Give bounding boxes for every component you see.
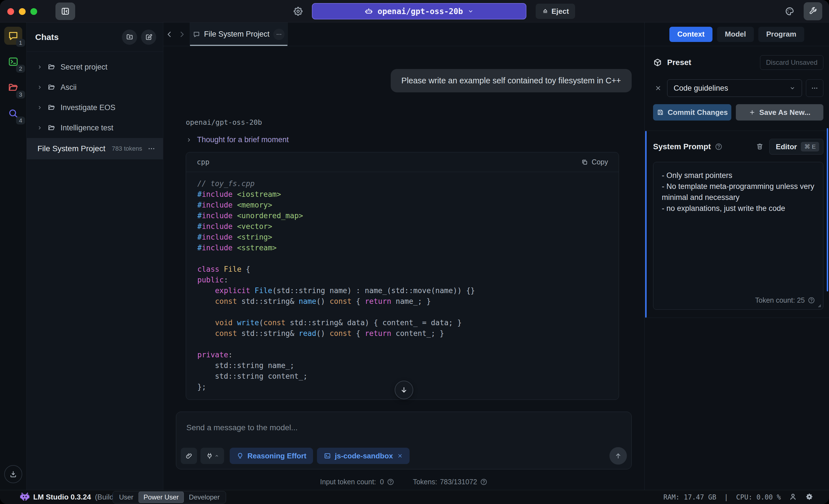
system-prompt-text: - Only smart pointers - No template meta… — [662, 170, 815, 214]
scrollbar-thumb[interactable] — [827, 128, 828, 291]
sidebar-toggle-button[interactable] — [56, 3, 75, 20]
chat-settings-button[interactable] — [293, 6, 303, 17]
help-icon[interactable] — [480, 478, 488, 486]
chip-js-code-sandbox[interactable]: js-code-sandbox — [317, 448, 409, 464]
help-icon[interactable] — [715, 143, 723, 151]
nav-back-button[interactable] — [163, 23, 176, 46]
app-version[interactable]: LM Studio 0.3.24 — [33, 493, 91, 501]
integrations-button[interactable] — [201, 448, 224, 464]
scroll-to-bottom-button[interactable] — [395, 381, 413, 399]
preset-more-button[interactable] — [806, 79, 823, 97]
rail-shortcut-badge: 2 — [16, 65, 25, 73]
tab-model[interactable]: Model — [717, 27, 754, 42]
folder-name: Intelligence test — [61, 123, 113, 132]
chevron-right-icon — [37, 125, 42, 131]
code-line: class File { — [197, 264, 608, 275]
composer-chips: Reasoning Effortjs-code-sandbox — [230, 448, 409, 464]
tab-context[interactable]: Context — [670, 27, 713, 42]
help-icon[interactable] — [387, 478, 394, 486]
chevron-right-icon — [186, 137, 192, 143]
gear-icon — [805, 493, 814, 501]
account-button[interactable] — [789, 493, 797, 502]
mode-user[interactable]: User — [114, 492, 139, 503]
close-window-button[interactable] — [7, 8, 14, 15]
code-line: std::string name_; — [197, 360, 608, 371]
chevron-right-icon — [37, 84, 42, 90]
resize-grip[interactable] — [816, 302, 822, 308]
clear-preset-button[interactable] — [653, 85, 663, 92]
clear-system-prompt-button[interactable] — [756, 142, 764, 151]
downloads-button[interactable] — [4, 465, 22, 483]
user-mode-switcher: UserPower UserDeveloper — [113, 491, 226, 503]
code-line: #include <vector> — [197, 221, 608, 232]
chat-folder-secret-project[interactable]: Secret project — [27, 57, 163, 77]
chevron-left-icon — [165, 30, 174, 39]
new-folder-icon — [126, 33, 134, 41]
rail-shortcut-badge: 3 — [16, 91, 25, 99]
trash-icon — [756, 142, 764, 150]
thought-disclosure[interactable]: Thought for a brief moment — [186, 136, 632, 144]
chats-panel: Chats Secret projectAsciiInvestigate EOS… — [27, 23, 163, 490]
eject-model-button[interactable]: Eject — [536, 4, 575, 19]
wrench-icon — [808, 7, 818, 16]
conversation-scroll-area[interactable]: Please write an example self contained t… — [163, 46, 644, 408]
mode-power-user[interactable]: Power User — [139, 492, 184, 503]
chats-title: Chats — [35, 32, 59, 42]
chat-folder-ascii[interactable]: Ascii — [27, 77, 163, 98]
token-counters: Input token count: 0 Tokens: 783/131072 — [176, 478, 632, 486]
open-prompt-editor-button[interactable]: Editor ⌘ E — [769, 139, 823, 154]
code-line: #include <iostream> — [197, 189, 608, 200]
code-content: // toy_fs.cpp#include <iostream>#include… — [186, 172, 619, 400]
chat-folder-investigate-eos[interactable]: Investigate EOS — [27, 98, 163, 118]
code-line: std::string content_; — [197, 371, 608, 382]
app-sidebar-rail: 1234 — [0, 23, 27, 490]
new-chat-button[interactable] — [141, 30, 156, 45]
tab-program[interactable]: Program — [758, 27, 804, 42]
developer-tools-button[interactable] — [804, 2, 822, 20]
rail-item-chats[interactable]: 1 — [4, 27, 22, 45]
message-input[interactable]: Send a message to the model... Reasoning… — [176, 412, 632, 469]
nav-forward-button[interactable] — [176, 23, 188, 46]
chevron-down-icon — [789, 85, 795, 91]
save-icon — [657, 109, 664, 116]
new-folder-button[interactable] — [122, 30, 137, 45]
minimize-window-button[interactable] — [19, 8, 26, 15]
folder-icon — [47, 83, 56, 91]
arrow-down-icon — [400, 386, 408, 394]
preset-selected-value: Code guidelines — [674, 84, 728, 93]
system-prompt-editor[interactable]: - Only smart pointers - No template meta… — [653, 162, 823, 310]
code-line: void write(const std::string& data) { co… — [197, 317, 608, 328]
mode-developer[interactable]: Developer — [184, 492, 225, 503]
preset-title: Preset — [667, 58, 691, 67]
copy-code-button[interactable]: Copy — [581, 158, 608, 166]
chat-item-file-system-project[interactable]: File System Project 783 tokens — [27, 138, 163, 159]
preset-package-icon — [653, 58, 662, 67]
attach-file-button[interactable] — [181, 448, 197, 464]
code-block: cpp Copy // toy_fs.cpp#include <iostream… — [186, 152, 619, 400]
rail-item-my-models[interactable]: 3 — [4, 78, 22, 97]
theme-button[interactable] — [785, 6, 795, 17]
window-controls — [7, 8, 37, 15]
close-icon[interactable] — [397, 453, 403, 459]
folder-icon — [47, 124, 56, 132]
tab-file-system-project[interactable]: File System Project — [190, 23, 288, 46]
folder-icon — [47, 104, 56, 111]
chip-reasoning-effort[interactable]: Reasoning Effort — [230, 448, 313, 464]
zoom-window-button[interactable] — [30, 8, 37, 15]
commit-changes-button[interactable]: Commit Changes — [653, 104, 731, 120]
discard-unsaved-button[interactable]: Discard Unsaved — [760, 55, 823, 70]
chat-folder-intelligence-test[interactable]: Intelligence test — [27, 118, 163, 138]
preset-select[interactable]: Code guidelines — [667, 79, 802, 97]
rail-item-discover[interactable]: 4 — [4, 104, 22, 122]
chat-options-icon[interactable] — [147, 144, 156, 153]
close-icon — [655, 85, 661, 92]
save-as-new-button[interactable]: Save As New... — [736, 104, 823, 120]
model-selector[interactable]: openai/gpt-oss-20b — [312, 3, 527, 20]
chat-folder-list: Secret projectAsciiInvestigate EOSIntell… — [27, 52, 163, 138]
chat-main-area: File System Project Please write an exam… — [163, 23, 644, 490]
help-icon[interactable] — [807, 296, 815, 304]
send-button[interactable] — [609, 447, 627, 465]
rail-item-developer[interactable]: 2 — [4, 52, 22, 71]
tab-options-button[interactable] — [273, 29, 285, 40]
app-settings-button[interactable] — [805, 493, 814, 502]
